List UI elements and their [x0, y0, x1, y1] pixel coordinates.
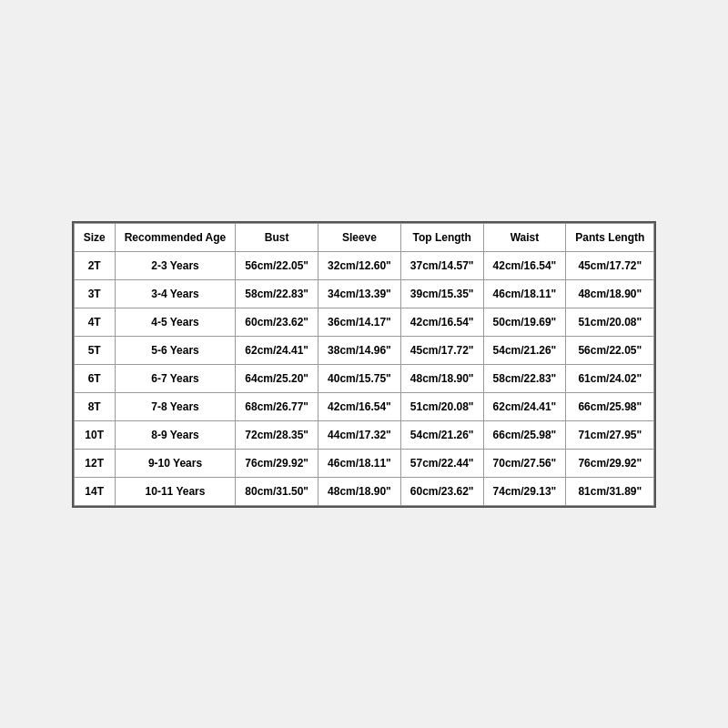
- table-cell-8-4: 60cm/23.62": [400, 477, 483, 505]
- table-cell-4-1: 6-7 Years: [115, 364, 236, 392]
- table-row: 14T10-11 Years80cm/31.50"48cm/18.90"60cm…: [74, 477, 654, 505]
- table-cell-5-2: 68cm/26.77": [236, 392, 318, 420]
- table-header-row: SizeRecommended AgeBustSleeveTop LengthW…: [74, 223, 654, 251]
- table-row: 4T4-5 Years60cm/23.62"36cm/14.17"42cm/16…: [74, 308, 654, 336]
- size-chart-container: SizeRecommended AgeBustSleeveTop LengthW…: [72, 221, 657, 508]
- table-cell-0-3: 32cm/12.60": [318, 251, 401, 279]
- table-cell-7-5: 70cm/27.56": [483, 449, 566, 477]
- table-cell-0-5: 42cm/16.54": [483, 251, 566, 279]
- table-cell-0-1: 2-3 Years: [115, 251, 236, 279]
- table-cell-4-0: 6T: [74, 364, 115, 392]
- table-cell-2-3: 36cm/14.17": [318, 308, 401, 336]
- table-cell-1-0: 3T: [74, 279, 115, 308]
- table-cell-8-1: 10-11 Years: [115, 477, 236, 505]
- table-cell-2-4: 42cm/16.54": [400, 308, 483, 336]
- table-cell-1-6: 48cm/18.90": [566, 279, 654, 308]
- table-cell-5-5: 62cm/24.41": [483, 392, 566, 420]
- col-header-5: Waist: [483, 223, 566, 251]
- table-cell-3-4: 45cm/17.72": [400, 336, 483, 364]
- table-body: 2T2-3 Years56cm/22.05"32cm/12.60"37cm/14…: [74, 251, 654, 505]
- table-cell-5-3: 42cm/16.54": [318, 392, 401, 420]
- table-row: 5T5-6 Years62cm/24.41"38cm/14.96"45cm/17…: [74, 336, 654, 364]
- table-cell-3-6: 56cm/22.05": [566, 336, 654, 364]
- table-cell-1-5: 46cm/18.11": [483, 279, 566, 308]
- col-header-6: Pants Length: [566, 223, 654, 251]
- table-cell-0-4: 37cm/14.57": [400, 251, 483, 279]
- table-cell-7-6: 76cm/29.92": [566, 449, 654, 477]
- size-chart-table: SizeRecommended AgeBustSleeveTop LengthW…: [74, 223, 655, 506]
- table-cell-5-0: 8T: [74, 392, 115, 420]
- table-cell-3-3: 38cm/14.96": [318, 336, 401, 364]
- table-cell-4-5: 58cm/22.83": [483, 364, 566, 392]
- table-cell-4-6: 61cm/24.02": [566, 364, 654, 392]
- table-cell-3-0: 5T: [74, 336, 115, 364]
- col-header-1: Recommended Age: [115, 223, 236, 251]
- table-cell-8-6: 81cm/31.89": [566, 477, 654, 505]
- table-cell-6-4: 54cm/21.26": [400, 420, 483, 449]
- col-header-3: Sleeve: [318, 223, 401, 251]
- table-cell-8-5: 74cm/29.13": [483, 477, 566, 505]
- table-row: 2T2-3 Years56cm/22.05"32cm/12.60"37cm/14…: [74, 251, 654, 279]
- table-cell-6-5: 66cm/25.98": [483, 420, 566, 449]
- table-row: 10T8-9 Years72cm/28.35"44cm/17.32"54cm/2…: [74, 420, 654, 449]
- table-cell-6-6: 71cm/27.95": [566, 420, 654, 449]
- table-cell-2-6: 51cm/20.08": [566, 308, 654, 336]
- table-cell-0-2: 56cm/22.05": [236, 251, 318, 279]
- table-cell-0-0: 2T: [74, 251, 115, 279]
- table-cell-1-2: 58cm/22.83": [236, 279, 318, 308]
- table-cell-5-6: 66cm/25.98": [566, 392, 654, 420]
- table-cell-6-3: 44cm/17.32": [318, 420, 401, 449]
- table-cell-1-3: 34cm/13.39": [318, 279, 401, 308]
- table-cell-7-4: 57cm/22.44": [400, 449, 483, 477]
- table-cell-3-1: 5-6 Years: [115, 336, 236, 364]
- table-cell-2-1: 4-5 Years: [115, 308, 236, 336]
- col-header-4: Top Length: [400, 223, 483, 251]
- table-cell-3-2: 62cm/24.41": [236, 336, 318, 364]
- table-cell-6-2: 72cm/28.35": [236, 420, 318, 449]
- table-cell-0-6: 45cm/17.72": [566, 251, 654, 279]
- table-cell-2-2: 60cm/23.62": [236, 308, 318, 336]
- table-cell-2-5: 50cm/19.69": [483, 308, 566, 336]
- table-cell-7-1: 9-10 Years: [115, 449, 236, 477]
- table-cell-8-3: 48cm/18.90": [318, 477, 401, 505]
- table-cell-4-3: 40cm/15.75": [318, 364, 401, 392]
- table-cell-6-0: 10T: [74, 420, 115, 449]
- table-cell-5-1: 7-8 Years: [115, 392, 236, 420]
- table-row: 3T3-4 Years58cm/22.83"34cm/13.39"39cm/15…: [74, 279, 654, 308]
- table-cell-7-3: 46cm/18.11": [318, 449, 401, 477]
- table-row: 8T7-8 Years68cm/26.77"42cm/16.54"51cm/20…: [74, 392, 654, 420]
- table-cell-4-2: 64cm/25.20": [236, 364, 318, 392]
- table-cell-4-4: 48cm/18.90": [400, 364, 483, 392]
- col-header-2: Bust: [236, 223, 318, 251]
- table-row: 12T9-10 Years76cm/29.92"46cm/18.11"57cm/…: [74, 449, 654, 477]
- col-header-0: Size: [74, 223, 115, 251]
- table-cell-2-0: 4T: [74, 308, 115, 336]
- table-cell-5-4: 51cm/20.08": [400, 392, 483, 420]
- table-cell-3-5: 54cm/21.26": [483, 336, 566, 364]
- table-row: 6T6-7 Years64cm/25.20"40cm/15.75"48cm/18…: [74, 364, 654, 392]
- table-cell-7-2: 76cm/29.92": [236, 449, 318, 477]
- table-cell-1-1: 3-4 Years: [115, 279, 236, 308]
- table-cell-6-1: 8-9 Years: [115, 420, 236, 449]
- table-cell-1-4: 39cm/15.35": [400, 279, 483, 308]
- table-cell-8-0: 14T: [74, 477, 115, 505]
- table-cell-7-0: 12T: [74, 449, 115, 477]
- table-cell-8-2: 80cm/31.50": [236, 477, 318, 505]
